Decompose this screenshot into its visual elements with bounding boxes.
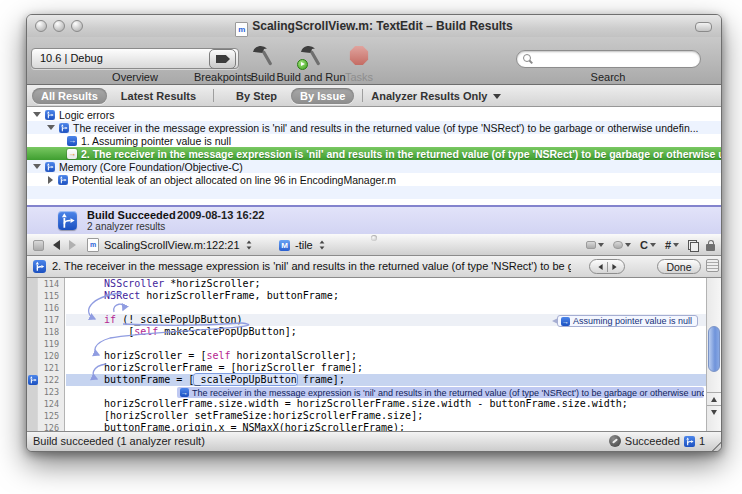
code-line-115[interactable]: NSRect horizScrollerFrame, buttonFrame; [66,290,706,302]
code-line-122[interactable]: buttonFrame = [_scalePopUpButton frame]; [66,374,706,386]
tasks-stop-icon[interactable] [350,46,369,65]
vertical-scrollbar[interactable] [706,278,721,432]
filter-by-step[interactable]: By Step [227,88,286,104]
split-editor-button[interactable] [706,259,719,272]
result-row-step-1[interactable]: → 1. Assuming pointer value is null [27,134,721,147]
menu-arrow-icon [650,243,656,247]
filter-separator [213,89,214,102]
menu-arrow-icon [625,243,631,247]
current-step-arrow-icon: → [67,149,77,159]
result-row-logic-errors[interactable]: Logic errors [27,108,721,121]
disclosure-open-icon[interactable] [47,125,55,130]
history-forward-button[interactable] [69,234,76,256]
analyzer-icon [59,123,69,133]
code-line-117[interactable]: if (!_scalePopUpButton) [66,314,706,326]
code-line-120[interactable]: horizScroller = [self horizontalScroller… [66,350,706,362]
build-button[interactable] [250,43,276,69]
result-row-memory-group[interactable]: Memory (Core Foundation/Objective-C) [27,160,721,173]
scrollbar-thumb[interactable] [708,326,720,372]
status-bar: Build succeeded (1 analyzer result) Succ… [27,431,721,451]
filter-latest-results[interactable]: Latest Results [112,88,205,104]
build-status-title: Build Succeeded [87,209,176,221]
window-title: mScalingScrollView.m: TextEdit – Build R… [27,19,721,37]
build-results-list: Logic errors The receiver in the message… [27,107,721,205]
analyzer-icon [33,260,46,273]
analyzer-line-marker-icon[interactable] [28,375,38,385]
toolbar-toggle-button[interactable] [695,22,712,32]
filter-bar: All Results Latest Results By Step By Is… [27,85,721,107]
resize-grip[interactable] [708,438,721,451]
editor-widget-button[interactable] [33,234,44,256]
editor-nav-bar: m ScalingScrollView.m:122:21 M -tile C # [27,234,721,256]
overview-label: Overview [112,71,158,83]
code-line-116[interactable] [66,302,706,314]
build-analyzer-count: 2 analyzer results [87,221,165,232]
previous-step-icon[interactable] [598,264,602,270]
breakpoint-icon [613,241,623,249]
prev-next-step-buttons[interactable] [589,259,625,274]
gutter[interactable]: 114115116117118119120121122123124125126 [27,278,65,432]
build-summary-row[interactable]: Build Succeeded 2009-08-13 16:22 2 analy… [27,205,721,234]
analyzer-icon [684,436,695,447]
included-files-icon[interactable] [688,240,697,250]
breakpoints-label: Breakpoints [194,71,252,83]
code-lines[interactable]: NSScroller *horizScroller; NSRect horizS… [66,278,706,432]
filter-all-results[interactable]: All Results [32,88,107,104]
analyzer-build-icon [58,211,77,230]
scroll-up-button[interactable] [707,392,721,406]
succeeded-label[interactable]: Succeeded [625,435,680,447]
lock-icon[interactable] [706,244,715,251]
disclosure-open-icon[interactable] [33,164,41,169]
build-label: Build [251,71,275,83]
menu-arrow-icon [673,243,679,247]
analyzer-icon [45,110,55,120]
function-popup[interactable]: M -tile [279,234,325,256]
result-row-potential-leak[interactable]: Potential leak of an object allocated on… [27,173,721,186]
splitter-handle[interactable] [371,235,377,241]
code-line-118[interactable]: [self makeScalePopUpButton]; [66,326,706,338]
search-field[interactable] [516,50,701,68]
done-button[interactable]: Done [657,259,701,274]
file-history-popup[interactable]: m ScalingScrollView.m:122:21 [87,234,252,256]
overview-popup[interactable]: 10.6 | Debug [31,48,239,69]
code-line-114[interactable]: NSScroller *horizScroller; [66,278,706,290]
disclosure-closed-icon[interactable] [48,176,53,184]
hammer-icon [250,43,276,69]
result-row-step-2-selected[interactable]: → 2. The receiver in the message express… [27,147,721,160]
filter-by-issue[interactable]: By Issue [291,88,354,104]
bookmark-icon [586,241,596,249]
analyzer-results-menu[interactable]: Analyzer Results Only [371,90,501,102]
down-arrow-icon [711,410,717,415]
breakpoints-menu-button[interactable] [613,241,631,249]
history-back-button[interactable] [53,234,60,256]
disclosure-open-icon[interactable] [33,112,41,117]
code-editor[interactable]: 114115116117118119120121122123124125126 … [27,278,721,432]
bookmarks-menu-button[interactable] [586,241,604,249]
file-icon: m [87,238,99,252]
result-row-receiver-group[interactable]: The receiver in the message expression i… [27,121,721,134]
counterparts-menu-button[interactable]: C [640,239,656,251]
search-input[interactable] [539,52,693,68]
next-step-icon[interactable] [612,264,616,270]
line-number-menu-button[interactable]: # [665,239,679,251]
back-arrow-icon [53,240,60,250]
toolbar: 10.6 | Debug Overview Breakpoints Build … [27,37,721,85]
menu-arrow-icon [493,94,501,99]
status-message: Build succeeded (1 analyzer result) [33,435,205,447]
scroll-down-button[interactable] [707,405,721,419]
title-bar: mScalingScrollView.m: TextEdit – Build R… [27,15,721,37]
analyzer-message-popup[interactable]: 2. The receiver in the message expressio… [52,260,571,272]
breakpoints-button[interactable] [209,49,236,69]
up-arrow-icon [711,397,717,402]
build-timestamp: 2009-08-13 16:22 [177,209,264,221]
filter-separator [362,89,363,102]
analyzer-result-count[interactable]: 1 [699,435,705,447]
code-line-124[interactable]: horizScrollerFrame.size.width = horizScr… [66,398,706,410]
xcode-build-results-window: mScalingScrollView.m: TextEdit – Build R… [26,14,722,452]
code-line-125[interactable]: [horizScroller setFrameSize:horizScrolle… [66,410,706,422]
document-icon: m [235,22,248,37]
code-line-119[interactable] [66,338,706,350]
build-and-run-button[interactable] [298,43,324,69]
code-line-123[interactable] [66,386,706,398]
code-line-121[interactable]: horizScrollerFrame = [horizScroller fram… [66,362,706,374]
